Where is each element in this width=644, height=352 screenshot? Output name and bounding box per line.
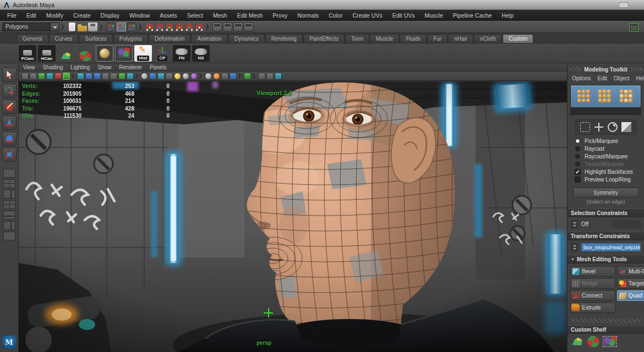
- maya-logo[interactable]: M: [2, 336, 17, 349]
- paint-select-tool-button[interactable]: [2, 100, 17, 114]
- transform-constraint-value[interactable]: face_retopo2Head_only1Me: [581, 243, 641, 251]
- toolbar-separator[interactable]: [61, 23, 66, 31]
- shelf-tab-painteffects[interactable]: PaintEffects: [303, 34, 345, 43]
- select-camera-icon[interactable]: [21, 73, 29, 80]
- layout-single-pane-button[interactable]: [3, 169, 15, 178]
- snap-point-icon[interactable]: [166, 24, 173, 31]
- motion-blur-icon[interactable]: [213, 73, 220, 80]
- radio-raycast-marquee[interactable]: Raycast/Marquee: [567, 152, 644, 160]
- snap-curve-icon[interactable]: [156, 24, 163, 31]
- panel-menu-renderer[interactable]: Renderer: [119, 64, 142, 70]
- constraint-dropdown-icon[interactable]: [571, 243, 578, 251]
- toolkit-menu-edit[interactable]: Edit: [597, 75, 607, 81]
- menu-help[interactable]: Help: [496, 12, 519, 19]
- lasso-tool-button[interactable]: [2, 84, 17, 98]
- textured-icon[interactable]: [157, 73, 165, 80]
- menu-create-uvs[interactable]: Create UVs: [347, 12, 387, 19]
- shelf-tab-rendering[interactable]: Rendering: [265, 34, 303, 43]
- flower-icon[interactable]: [586, 334, 601, 349]
- menu-proxy[interactable]: Proxy: [268, 12, 292, 19]
- target-weld-button[interactable]: Target Weld: [617, 278, 644, 289]
- rotate-icon[interactable]: [608, 122, 618, 132]
- custom-shelf-header[interactable]: Custom Shelf: [567, 325, 644, 334]
- layout-persp-uv-button[interactable]: [3, 221, 15, 230]
- select-component-icon[interactable]: [127, 23, 137, 31]
- panel-menu-shading[interactable]: Shading: [43, 64, 63, 70]
- grid-toggle-icon[interactable]: [629, 23, 638, 32]
- shelf-tab-polygons[interactable]: Polygons: [113, 34, 148, 43]
- save-scene-icon[interactable]: [88, 23, 97, 31]
- film-gate-icon[interactable]: [85, 73, 92, 80]
- scale-tool-button[interactable]: [2, 147, 17, 162]
- shelf-tab-fluids[interactable]: Fluids: [400, 34, 427, 43]
- rotate-tool-button[interactable]: [2, 131, 17, 146]
- render-settings-icon[interactable]: [244, 23, 253, 31]
- history-shelf-button[interactable]: Hist: [134, 45, 152, 62]
- ipr-render-icon[interactable]: [233, 23, 243, 31]
- move-icon[interactable]: [594, 122, 604, 132]
- menu-edit-uvs[interactable]: Edit UVs: [388, 12, 420, 19]
- multisample-icon[interactable]: [221, 73, 228, 80]
- shelf-tab-muscle[interactable]: Muscle: [370, 34, 400, 43]
- extrude-button[interactable]: Extrude: [570, 302, 615, 313]
- hcam-shelf-button[interactable]: HCan: [38, 45, 56, 62]
- shelf-tab-toon[interactable]: Toon: [345, 34, 369, 43]
- select-tool-button[interactable]: [2, 68, 17, 82]
- occlusion-icon[interactable]: [205, 73, 212, 80]
- shelf-tab-fur[interactable]: Fur: [427, 34, 447, 43]
- snap-grid-icon[interactable]: [146, 24, 153, 31]
- scale-icon[interactable]: [621, 122, 631, 132]
- field-chart-icon[interactable]: [110, 73, 117, 80]
- radio-raycast[interactable]: Raycast: [567, 145, 644, 152]
- layout-custom-button[interactable]: [3, 232, 15, 240]
- selection-set-shelf-button[interactable]: [115, 45, 133, 62]
- toolbar-separator[interactable]: [139, 23, 143, 31]
- toolkit-menu-help[interactable]: Help: [636, 75, 644, 81]
- panel-resize-grip[interactable]: [570, 318, 642, 323]
- shelf-tab-deformation[interactable]: Deformation: [149, 34, 190, 43]
- menu-muscle[interactable]: Muscle: [420, 12, 448, 19]
- shelf-tab-general[interactable]: General: [17, 34, 48, 43]
- connect-button[interactable]: Connect: [570, 290, 615, 301]
- checkbox-preview-loop-ring[interactable]: Preview Loop/Ring: [567, 175, 644, 183]
- wireframe-icon[interactable]: [141, 73, 148, 80]
- toolbar-separator[interactable]: [100, 23, 104, 31]
- isolate-select-icon[interactable]: [244, 73, 251, 80]
- image-plane-icon[interactable]: [54, 73, 62, 80]
- grid-icon[interactable]: [77, 73, 84, 80]
- paint-weights-shelf-button[interactable]: [57, 45, 75, 62]
- menu-create[interactable]: Create: [68, 12, 96, 19]
- shelf-tab-surfaces[interactable]: Surfaces: [79, 34, 112, 43]
- sphere-shelf-button[interactable]: [96, 45, 113, 62]
- toolkit-menu-object[interactable]: Object: [614, 75, 630, 81]
- shelf-tab-dynamics[interactable]: Dynamics: [228, 34, 265, 43]
- viewport-scene[interactable]: Verts: 102332 253 0 Edges: 201905 468 0 …: [19, 81, 567, 352]
- bookmark-icon[interactable]: [46, 73, 53, 80]
- selection-constraint-value[interactable]: Off: [581, 221, 588, 227]
- shaded-icon[interactable]: [149, 73, 156, 80]
- vertex-selection-icon[interactable]: [577, 90, 592, 103]
- xray-joints-icon[interactable]: [266, 73, 274, 80]
- depth-of-field-icon[interactable]: [230, 73, 237, 80]
- multi-cut-button[interactable]: Multi-Cut: [617, 266, 644, 277]
- menu-pipeline-cache[interactable]: Pipeline Cache: [448, 12, 497, 19]
- mesh-editing-tools-header[interactable]: ▼ Mesh Editing Tools: [567, 255, 644, 263]
- shelf-tab-custom[interactable]: Custom: [503, 34, 533, 43]
- menu-display[interactable]: Display: [95, 12, 124, 19]
- shelf-tab-nhair[interactable]: nHair: [448, 34, 473, 43]
- no-lights-icon[interactable]: [182, 73, 189, 80]
- render-current-frame-icon[interactable]: [223, 23, 232, 31]
- move-tool-button[interactable]: [2, 116, 17, 130]
- make-live-icon[interactable]: [196, 24, 203, 31]
- face-selection-icon[interactable]: [620, 90, 634, 103]
- camera-attributes-icon[interactable]: [38, 73, 45, 80]
- menu-edit[interactable]: Edit: [21, 12, 41, 19]
- use-all-lights-icon[interactable]: [166, 73, 173, 80]
- transform-constraints-header[interactable]: Transform Constraints: [567, 232, 644, 240]
- toolbar-separator[interactable]: [206, 23, 210, 31]
- panel-menu-view[interactable]: View: [23, 64, 35, 70]
- panel-menu-lighting[interactable]: Lighting: [70, 64, 90, 70]
- selection-constraints-header[interactable]: Selection Constraints: [567, 208, 644, 217]
- symmetry-button[interactable]: Symmetry: [573, 188, 638, 197]
- cp-shelf-button[interactable]: CP: [154, 45, 171, 62]
